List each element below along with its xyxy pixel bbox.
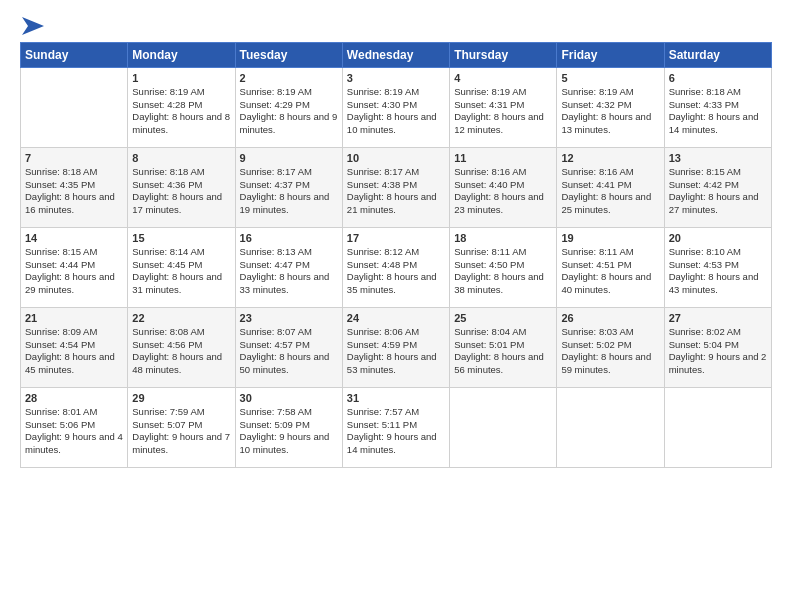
calendar-cell: 16Sunrise: 8:13 AMSunset: 4:47 PMDayligh… — [235, 227, 342, 307]
calendar-cell: 25Sunrise: 8:04 AMSunset: 5:01 PMDayligh… — [450, 307, 557, 387]
calendar-header: SundayMondayTuesdayWednesdayThursdayFrid… — [21, 42, 772, 67]
calendar-cell: 27Sunrise: 8:02 AMSunset: 5:04 PMDayligh… — [664, 307, 771, 387]
day-number: 3 — [347, 72, 445, 84]
cell-info: Sunrise: 8:17 AMSunset: 4:37 PMDaylight:… — [240, 166, 338, 217]
cell-info: Sunrise: 7:57 AMSunset: 5:11 PMDaylight:… — [347, 406, 445, 457]
calendar-cell: 28Sunrise: 8:01 AMSunset: 5:06 PMDayligh… — [21, 387, 128, 467]
logo-arrow-icon — [22, 17, 44, 35]
calendar-week-row: 28Sunrise: 8:01 AMSunset: 5:06 PMDayligh… — [21, 387, 772, 467]
cell-info: Sunrise: 8:11 AMSunset: 4:51 PMDaylight:… — [561, 246, 659, 297]
day-number: 6 — [669, 72, 767, 84]
cell-info: Sunrise: 8:18 AMSunset: 4:35 PMDaylight:… — [25, 166, 123, 217]
calendar-cell: 20Sunrise: 8:10 AMSunset: 4:53 PMDayligh… — [664, 227, 771, 307]
cell-info: Sunrise: 8:03 AMSunset: 5:02 PMDaylight:… — [561, 326, 659, 377]
day-number: 7 — [25, 152, 123, 164]
calendar-cell: 1Sunrise: 8:19 AMSunset: 4:28 PMDaylight… — [128, 67, 235, 147]
cell-info: Sunrise: 8:17 AMSunset: 4:38 PMDaylight:… — [347, 166, 445, 217]
day-number: 16 — [240, 232, 338, 244]
calendar-cell: 15Sunrise: 8:14 AMSunset: 4:45 PMDayligh… — [128, 227, 235, 307]
day-number: 26 — [561, 312, 659, 324]
day-number: 28 — [25, 392, 123, 404]
day-number: 29 — [132, 392, 230, 404]
day-number: 2 — [240, 72, 338, 84]
calendar-cell: 30Sunrise: 7:58 AMSunset: 5:09 PMDayligh… — [235, 387, 342, 467]
calendar-cell: 18Sunrise: 8:11 AMSunset: 4:50 PMDayligh… — [450, 227, 557, 307]
header-day: Monday — [128, 42, 235, 67]
cell-info: Sunrise: 8:04 AMSunset: 5:01 PMDaylight:… — [454, 326, 552, 377]
cell-info: Sunrise: 8:01 AMSunset: 5:06 PMDaylight:… — [25, 406, 123, 457]
cell-info: Sunrise: 8:19 AMSunset: 4:30 PMDaylight:… — [347, 86, 445, 137]
calendar-cell: 5Sunrise: 8:19 AMSunset: 4:32 PMDaylight… — [557, 67, 664, 147]
header-day: Tuesday — [235, 42, 342, 67]
cell-info: Sunrise: 8:19 AMSunset: 4:29 PMDaylight:… — [240, 86, 338, 137]
cell-info: Sunrise: 8:07 AMSunset: 4:57 PMDaylight:… — [240, 326, 338, 377]
cell-info: Sunrise: 8:15 AMSunset: 4:44 PMDaylight:… — [25, 246, 123, 297]
day-number: 27 — [669, 312, 767, 324]
calendar-cell: 29Sunrise: 7:59 AMSunset: 5:07 PMDayligh… — [128, 387, 235, 467]
day-number: 5 — [561, 72, 659, 84]
calendar-week-row: 1Sunrise: 8:19 AMSunset: 4:28 PMDaylight… — [21, 67, 772, 147]
calendar-cell: 10Sunrise: 8:17 AMSunset: 4:38 PMDayligh… — [342, 147, 449, 227]
day-number: 17 — [347, 232, 445, 244]
header-day: Saturday — [664, 42, 771, 67]
day-number: 31 — [347, 392, 445, 404]
page: SundayMondayTuesdayWednesdayThursdayFrid… — [0, 0, 792, 612]
day-number: 20 — [669, 232, 767, 244]
calendar-cell: 6Sunrise: 8:18 AMSunset: 4:33 PMDaylight… — [664, 67, 771, 147]
header-day: Friday — [557, 42, 664, 67]
cell-info: Sunrise: 8:16 AMSunset: 4:41 PMDaylight:… — [561, 166, 659, 217]
calendar-cell: 22Sunrise: 8:08 AMSunset: 4:56 PMDayligh… — [128, 307, 235, 387]
cell-info: Sunrise: 8:14 AMSunset: 4:45 PMDaylight:… — [132, 246, 230, 297]
cell-info: Sunrise: 8:12 AMSunset: 4:48 PMDaylight:… — [347, 246, 445, 297]
cell-info: Sunrise: 8:11 AMSunset: 4:50 PMDaylight:… — [454, 246, 552, 297]
cell-info: Sunrise: 7:59 AMSunset: 5:07 PMDaylight:… — [132, 406, 230, 457]
calendar-cell: 24Sunrise: 8:06 AMSunset: 4:59 PMDayligh… — [342, 307, 449, 387]
day-number: 18 — [454, 232, 552, 244]
day-number: 4 — [454, 72, 552, 84]
calendar-cell: 14Sunrise: 8:15 AMSunset: 4:44 PMDayligh… — [21, 227, 128, 307]
cell-info: Sunrise: 7:58 AMSunset: 5:09 PMDaylight:… — [240, 406, 338, 457]
calendar-cell: 26Sunrise: 8:03 AMSunset: 5:02 PMDayligh… — [557, 307, 664, 387]
cell-info: Sunrise: 8:13 AMSunset: 4:47 PMDaylight:… — [240, 246, 338, 297]
calendar-cell: 31Sunrise: 7:57 AMSunset: 5:11 PMDayligh… — [342, 387, 449, 467]
calendar-cell — [664, 387, 771, 467]
day-number: 8 — [132, 152, 230, 164]
cell-info: Sunrise: 8:19 AMSunset: 4:28 PMDaylight:… — [132, 86, 230, 137]
header-day: Wednesday — [342, 42, 449, 67]
cell-info: Sunrise: 8:09 AMSunset: 4:54 PMDaylight:… — [25, 326, 123, 377]
calendar-week-row: 14Sunrise: 8:15 AMSunset: 4:44 PMDayligh… — [21, 227, 772, 307]
cell-info: Sunrise: 8:15 AMSunset: 4:42 PMDaylight:… — [669, 166, 767, 217]
calendar-cell: 7Sunrise: 8:18 AMSunset: 4:35 PMDaylight… — [21, 147, 128, 227]
cell-info: Sunrise: 8:10 AMSunset: 4:53 PMDaylight:… — [669, 246, 767, 297]
calendar-cell: 4Sunrise: 8:19 AMSunset: 4:31 PMDaylight… — [450, 67, 557, 147]
calendar-cell: 23Sunrise: 8:07 AMSunset: 4:57 PMDayligh… — [235, 307, 342, 387]
calendar-week-row: 7Sunrise: 8:18 AMSunset: 4:35 PMDaylight… — [21, 147, 772, 227]
day-number: 14 — [25, 232, 123, 244]
logo — [20, 16, 44, 34]
calendar-cell: 19Sunrise: 8:11 AMSunset: 4:51 PMDayligh… — [557, 227, 664, 307]
calendar-cell: 17Sunrise: 8:12 AMSunset: 4:48 PMDayligh… — [342, 227, 449, 307]
calendar-cell: 3Sunrise: 8:19 AMSunset: 4:30 PMDaylight… — [342, 67, 449, 147]
calendar-cell: 11Sunrise: 8:16 AMSunset: 4:40 PMDayligh… — [450, 147, 557, 227]
day-number: 13 — [669, 152, 767, 164]
day-number: 9 — [240, 152, 338, 164]
calendar-cell: 2Sunrise: 8:19 AMSunset: 4:29 PMDaylight… — [235, 67, 342, 147]
calendar-cell — [450, 387, 557, 467]
calendar-body: 1Sunrise: 8:19 AMSunset: 4:28 PMDaylight… — [21, 67, 772, 467]
day-number: 23 — [240, 312, 338, 324]
calendar-week-row: 21Sunrise: 8:09 AMSunset: 4:54 PMDayligh… — [21, 307, 772, 387]
day-number: 11 — [454, 152, 552, 164]
calendar-cell — [21, 67, 128, 147]
cell-info: Sunrise: 8:08 AMSunset: 4:56 PMDaylight:… — [132, 326, 230, 377]
day-number: 24 — [347, 312, 445, 324]
day-number: 1 — [132, 72, 230, 84]
calendar-cell: 12Sunrise: 8:16 AMSunset: 4:41 PMDayligh… — [557, 147, 664, 227]
day-number: 10 — [347, 152, 445, 164]
cell-info: Sunrise: 8:19 AMSunset: 4:31 PMDaylight:… — [454, 86, 552, 137]
day-number: 19 — [561, 232, 659, 244]
cell-info: Sunrise: 8:18 AMSunset: 4:36 PMDaylight:… — [132, 166, 230, 217]
header-row: SundayMondayTuesdayWednesdayThursdayFrid… — [21, 42, 772, 67]
cell-info: Sunrise: 8:19 AMSunset: 4:32 PMDaylight:… — [561, 86, 659, 137]
cell-info: Sunrise: 8:18 AMSunset: 4:33 PMDaylight:… — [669, 86, 767, 137]
day-number: 12 — [561, 152, 659, 164]
